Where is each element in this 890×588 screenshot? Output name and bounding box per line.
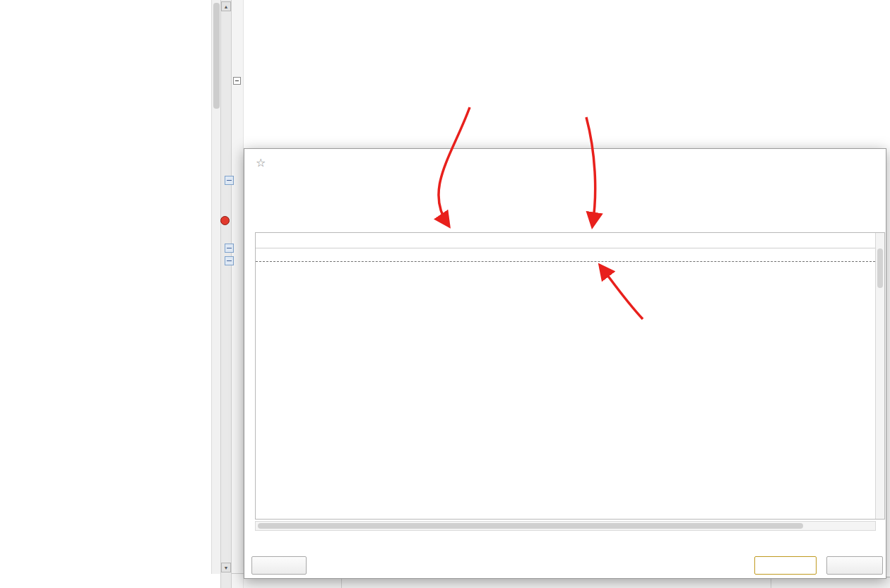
scroll-up-button[interactable] xyxy=(221,1,231,11)
next-button[interactable] xyxy=(754,556,817,575)
data-grid xyxy=(255,232,885,520)
config-tree xyxy=(0,0,211,6)
grid-horizontal-scrollbar-thumb[interactable] xyxy=(258,523,803,529)
grid-vertical-scrollbar-thumb[interactable] xyxy=(877,248,883,288)
taskbar-strip xyxy=(0,584,890,588)
splitter[interactable] xyxy=(220,0,232,588)
sidebar-scrollbar[interactable] xyxy=(211,0,220,574)
collapse-marker-icon[interactable] xyxy=(225,176,234,185)
collapse-marker-icon[interactable] xyxy=(225,244,234,253)
fold-collapse-icon[interactable] xyxy=(233,77,241,85)
grid-header xyxy=(256,233,875,248)
grid-horizontal-scrollbar[interactable] xyxy=(255,521,876,531)
breakpoint-dot-icon xyxy=(220,216,230,225)
scroll-down-button[interactable] xyxy=(221,563,231,572)
close-dialog-button[interactable] xyxy=(826,556,883,575)
sidebar-scrollbar-thumb[interactable] xyxy=(213,3,220,109)
app-window xyxy=(0,0,890,588)
editor-margin xyxy=(232,0,244,588)
sidebar xyxy=(0,0,220,574)
dialog-titlebar xyxy=(244,149,886,176)
favorite-star-icon[interactable] xyxy=(256,156,266,169)
collapse-marker-icon[interactable] xyxy=(225,256,234,265)
grid-row xyxy=(256,248,875,262)
load-data-dialog xyxy=(244,148,886,579)
back-button[interactable] xyxy=(251,556,307,575)
grid-vertical-scrollbar[interactable] xyxy=(875,233,884,519)
